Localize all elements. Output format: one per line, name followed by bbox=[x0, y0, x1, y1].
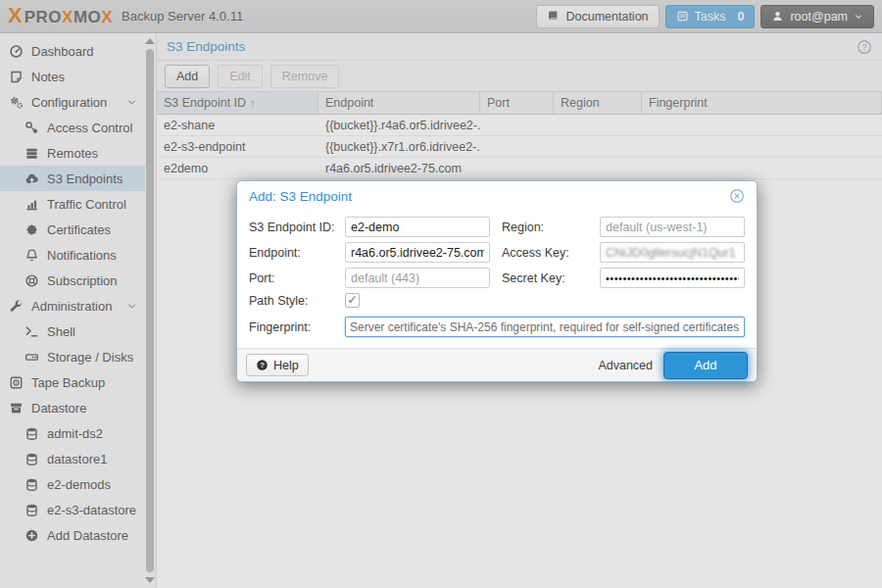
secret-key-label: Secret Key: bbox=[502, 271, 600, 285]
help-button[interactable]: Help bbox=[246, 354, 309, 376]
port-input[interactable] bbox=[345, 268, 490, 288]
dialog-header[interactable]: Add: S3 Endpoint bbox=[237, 181, 757, 211]
fingerprint-label: Fingerprint: bbox=[249, 320, 345, 334]
add-s3-endpoint-dialog: Add: S3 Endpoint S3 Endpoint ID: Region:… bbox=[236, 180, 758, 382]
path-style-checkbox[interactable]: ✓ bbox=[345, 293, 360, 308]
region-input[interactable] bbox=[600, 217, 745, 237]
port-label: Port: bbox=[249, 271, 345, 285]
access-key-value-redacted: CNiJD0gllersucjN1Qur1 bbox=[606, 246, 736, 260]
dialog-title: Add: S3 Endpoint bbox=[249, 189, 352, 204]
s3-endpoint-id-label: S3 Endpoint ID: bbox=[249, 220, 345, 234]
path-style-label: Path Style: bbox=[249, 294, 345, 308]
endpoint-label: Endpoint: bbox=[249, 246, 345, 260]
proxmox-backup-server-app: X PROXMOX Backup Server 4.0.11 Documenta… bbox=[0, 0, 882, 588]
help-label: Help bbox=[273, 359, 299, 372]
secret-key-input[interactable]: •••••••••••••••••••••••••••••••••••• bbox=[600, 268, 745, 288]
access-key-label: Access Key: bbox=[502, 246, 600, 260]
dialog-body: S3 Endpoint ID: Region: Endpoint: Access… bbox=[237, 211, 757, 348]
region-label: Region: bbox=[502, 220, 600, 234]
access-key-input[interactable]: CNiJD0gllersucjN1Qur1 bbox=[600, 242, 745, 263]
advanced-toggle-label[interactable]: Advanced bbox=[598, 359, 653, 372]
close-icon[interactable] bbox=[729, 188, 745, 204]
secret-key-masked-value: •••••••••••••••••••••••••••••••••••• bbox=[606, 272, 739, 284]
help-solid-icon bbox=[256, 359, 269, 371]
dialog-add-button[interactable]: Add bbox=[663, 352, 748, 379]
endpoint-input[interactable] bbox=[345, 242, 490, 263]
dialog-footer: Help Advanced Add bbox=[237, 348, 757, 381]
fingerprint-input[interactable] bbox=[345, 317, 745, 337]
checkmark-icon: ✓ bbox=[347, 293, 357, 307]
s3-endpoint-id-input[interactable] bbox=[345, 217, 490, 237]
